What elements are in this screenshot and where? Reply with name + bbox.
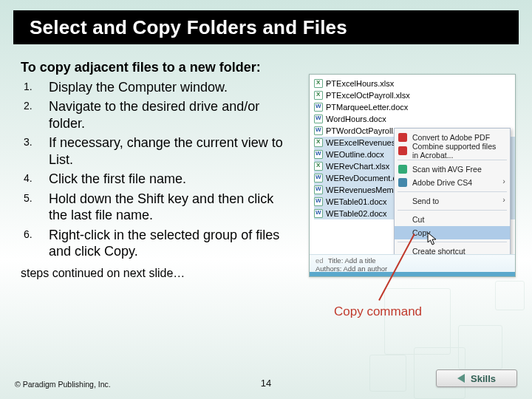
avg-icon: [398, 165, 407, 174]
details-pane: ed Title: Add a title Authors: Add an au…: [310, 254, 515, 276]
step-item: Display the Computer window.: [21, 79, 294, 96]
menu-item-label: Copy: [412, 228, 431, 237]
step-item: Navigate to the desired drive and/or fol…: [21, 98, 294, 132]
file-icon: [314, 138, 323, 147]
menu-item-label: Convert to Adobe PDF: [412, 133, 490, 142]
file-icon: [314, 103, 323, 112]
skills-button-label: Skills: [471, 373, 496, 384]
menu-separator: [398, 191, 507, 192]
step-item: Hold down the Shift key and then click t…: [21, 191, 294, 224]
explorer-screenshot: PTExcelHours.xlsxPTExcelOctPayroll.xlsxP…: [309, 74, 516, 277]
copyright-text: © Paradigm Publishing, Inc.: [15, 380, 111, 389]
details-title: Title: Add a title: [328, 256, 376, 265]
file-name: PTExcelHours.xlsx: [326, 79, 394, 88]
step-item: If necessary, change the current view to…: [21, 134, 294, 168]
arrow-left-icon: [457, 374, 465, 383]
menu-separator: [398, 242, 507, 242]
menu-item-label: Send to: [412, 197, 439, 205]
adr-icon: [398, 178, 407, 187]
menu-item[interactable]: Send to: [395, 194, 510, 208]
steps-list: Display the Computer window.Navigate to …: [21, 79, 294, 260]
continued-text: steps continued on next slide…: [21, 266, 294, 281]
menu-item[interactable]: Combine supported files in Acrobat...: [395, 144, 510, 157]
menu-item-label: Scan with AVG Free: [412, 165, 482, 174]
file-row[interactable]: PTMarqueeLetter.docx: [314, 101, 515, 113]
step-item: Right-click in the selected group of fil…: [21, 227, 294, 260]
content-text: To copy adjacent files to a new folder: …: [21, 59, 294, 281]
menu-item-label: Combine supported files in Acrobat...: [412, 142, 504, 160]
menu-item[interactable]: Adobe Drive CS4: [395, 176, 510, 189]
file-icon: [314, 209, 323, 218]
file-icon: [314, 174, 323, 183]
file-name: WEOutline.docx: [326, 150, 384, 159]
pdf-icon: [398, 133, 407, 142]
page-number: 14: [261, 378, 271, 389]
file-icon: [314, 79, 323, 88]
file-icon: [314, 91, 323, 100]
file-icon: [314, 162, 323, 171]
file-name: WETable01.docx: [326, 197, 387, 206]
step-item: Click the first file name.: [21, 171, 294, 188]
file-name: WETable02.docx: [326, 209, 387, 218]
menu-separator: [398, 160, 507, 160]
file-row[interactable]: PTExcelHours.xlsx: [314, 78, 515, 89]
file-icon: [314, 197, 323, 206]
file-icon: [314, 150, 323, 159]
menu-item-label: Adobe Drive CS4: [412, 178, 472, 187]
title-bar: Select and Copy Folders and Files: [13, 10, 519, 44]
file-icon: [314, 126, 323, 135]
file-name: PTExcelOctPayroll.xlsx: [326, 91, 410, 100]
callout-label: Copy command: [334, 304, 422, 319]
menu-separator: [398, 210, 507, 211]
file-row[interactable]: PTExcelOctPayroll.xlsx: [314, 89, 515, 101]
file-name: WERevChart.xlsx: [326, 162, 389, 171]
file-icon: [314, 185, 323, 194]
file-row[interactable]: WordHours.docx: [314, 113, 515, 125]
file-icon: [314, 115, 323, 123]
menu-item-label: Cut: [412, 215, 424, 224]
file-name: PTMarqueeLetter.docx: [326, 103, 408, 112]
slide: Select and Copy Folders and Files To cop…: [0, 0, 532, 399]
lead-text: To copy adjacent files to a new folder:: [21, 59, 294, 76]
file-name: WordHours.docx: [326, 115, 386, 123]
menu-item[interactable]: Cut: [395, 213, 510, 226]
skills-button[interactable]: Skills: [436, 369, 517, 387]
pdf-icon: [398, 146, 407, 155]
menu-item[interactable]: Scan with AVG Free: [395, 163, 510, 176]
slide-title: Select and Copy Folders and Files: [13, 16, 347, 39]
